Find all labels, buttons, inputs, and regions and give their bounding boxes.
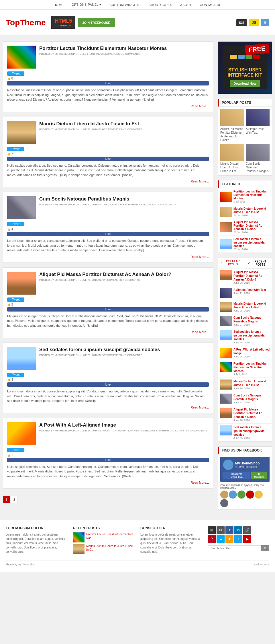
join-button[interactable]: JOIN treehouse <box>78 18 115 27</box>
read-more-link[interactable]: Read More... <box>7 481 209 484</box>
recent-info: Porttitor Lectus Tincidunt Elementum Nas… <box>233 362 270 376</box>
recent-post-title[interactable]: Aliquet Pid Massa Porttitor Dictumst Ac … <box>233 270 270 281</box>
recent-post-title[interactable]: A Simple Post With Text <box>233 288 266 292</box>
recent-post-thumb <box>220 348 232 358</box>
post-card: Mauris Dictum Libero Id Justo Fusce In E… <box>3 117 213 188</box>
recent-post-title[interactable]: Sed sodales lorem a ipsum suscipit gravi… <box>233 425 270 437</box>
like-button[interactable]: Like <box>7 307 209 312</box>
recent-post-title[interactable]: Sed sodales lorem a ipsum suscipit gravi… <box>233 330 270 341</box>
post-body: Lorem ipsum dolor sit amet, consectetuer… <box>7 238 209 253</box>
footer-widget-3: CONSECTUIER Lorem ipsum dolor sit amet, … <box>140 526 202 556</box>
post-thumbnail <box>7 422 36 445</box>
like-count: 👍 8 <box>7 77 13 80</box>
read-more-link[interactable]: Read More... <box>7 104 209 108</box>
tweet-button[interactable]: Tweet <box>7 448 24 452</box>
featured-post-title[interactable]: Aliquet Pid Massa Porttitor Dictumst Ac … <box>233 221 270 231</box>
recent-post-date: June 28, 2016 <box>233 309 270 312</box>
popular-post-thumb <box>220 109 244 126</box>
fb-header: MyThemeShop 42,939 нравится <box>223 460 267 470</box>
post-body: Nascetur, vel massa enim lundium nec in,… <box>7 88 209 102</box>
recent-post-title[interactable]: Mauris Dictum Libero Id Justo Fusce In E… <box>233 380 270 387</box>
nav-widgets[interactable]: CUSTOM WIDGETS <box>105 3 145 7</box>
nav-shortcodes[interactable]: SHORTCODES <box>145 3 176 7</box>
tweet-button[interactable]: Tweet <box>7 71 24 76</box>
featured-info: Porttitor Lectus Tincidunt Elementum Nas… <box>233 190 270 203</box>
like-button[interactable]: Like <box>7 232 209 236</box>
social-icon-email[interactable]: ✉ <box>217 526 225 534</box>
ad-free-label: FREE <box>245 43 269 55</box>
read-more-link[interactable]: Read More... <box>7 180 209 183</box>
featured-info: Sed sodales lorem a ipsum suscipit gravi… <box>233 238 270 251</box>
featured-post-title[interactable]: Mauris Dictum Libero Id Justo Fusce In E… <box>233 207 270 214</box>
footer-recent-title[interactable]: Mauris Dictum Libero Id Justo Fusce In E… <box>86 544 135 554</box>
footer-search-button[interactable]: 🔍 <box>261 545 269 551</box>
post-card: A Post With A Left-Aligned Image POSTED … <box>3 418 213 489</box>
recent-post-title[interactable]: Porttitor Lectus Tincidunt Elementum Nas… <box>233 362 270 373</box>
read-more-link[interactable]: Read More... <box>7 255 209 258</box>
social-icon-grid[interactable]: ⊞ <box>208 526 216 534</box>
popular-posts-tab[interactable]: ⌂ POPULAR POSTS <box>218 258 245 268</box>
post-meta: POSTED BY MYTHEMESHOP ON JUNE 27, 2016 I… <box>39 203 176 206</box>
recent-post-date: June 11, 2016 <box>233 292 266 295</box>
like-button[interactable]: Like <box>7 81 209 85</box>
popular-posts-title: POPULAR POSTS <box>218 99 272 107</box>
social-icon-star[interactable]: ★ <box>225 535 233 543</box>
post-thumbnail <box>7 272 36 295</box>
read-more-link[interactable]: Read More... <box>7 330 209 334</box>
social-icon-link[interactable]: 🔗 <box>243 526 251 534</box>
recent-post-title[interactable]: Cum Sociis Natoque Penatibus Magnis <box>233 394 270 401</box>
post-meta: POSTED BY MYTHEMESHOP ON JUNE 25, 2016 I… <box>39 354 160 357</box>
fb-shop-button[interactable]: В магазин <box>251 472 267 479</box>
featured-post-title[interactable]: Sed sodales lorem a ipsum suscipit gravi… <box>233 238 270 248</box>
like-button[interactable]: Like <box>7 382 209 387</box>
read-more-link[interactable]: Read More... <box>7 406 209 409</box>
recent-posts-tab[interactable]: ⏱ RECENT POSTS <box>245 258 272 268</box>
footer-recent-title[interactable]: Porttitor Lectus Tincidunt Elementum Nas… <box>86 532 135 542</box>
featured-post-title[interactable]: Porttitor Lectus Tincidunt Elementum Nas… <box>233 190 270 200</box>
page-button-2[interactable]: 2 <box>11 496 18 503</box>
nav-about[interactable]: ABOUT <box>176 3 196 7</box>
post-title: Sed sodales lorem a ipsum suscipit gravi… <box>39 347 160 353</box>
social-icon-youtube[interactable]: ▶ <box>243 535 251 543</box>
post-title: Aliquet Pid Massa Porttitor Dictumst Ac … <box>39 272 171 277</box>
nav-home[interactable]: HOME <box>50 3 68 7</box>
social-buttons: Tweet 👍 7 Like <box>7 147 209 161</box>
tweet-button[interactable]: Tweet <box>7 373 24 377</box>
like-row: 👍 4 <box>7 227 209 231</box>
recent-info: Aliquet Pid Massa Porttitor Dictumst Ac … <box>233 408 270 422</box>
ad-download-button[interactable]: Download Now <box>230 80 260 87</box>
recent-info: Cum Sociis Natoque Penatibus Magnis June… <box>233 394 270 404</box>
tweet-button[interactable]: Tweet <box>7 297 24 302</box>
fb-like-button[interactable]: Нравится Страница <box>223 472 250 479</box>
page-button-1[interactable]: 1 <box>3 496 10 503</box>
recent-post-item: Mauris Dictum Libero Id Justo Fusce In E… <box>218 300 272 314</box>
like-button[interactable]: Like <box>7 458 209 462</box>
recent-post-date: July 1, 2016 <box>233 373 270 376</box>
social-icon-linkedin[interactable]: in <box>234 526 242 534</box>
back-to-top-link[interactable]: Back to Top ↑ <box>254 563 269 566</box>
tweet-button[interactable]: Tweet <box>7 147 24 151</box>
social-icon-pinterest[interactable]: P <box>208 535 216 543</box>
recent-post-title[interactable]: Aliquet Pid Massa Porttitor Dictumst Ac … <box>233 408 270 419</box>
nav-options[interactable]: OPTIONS PANEL ▾ <box>68 3 105 7</box>
featured-title: FEATURED <box>218 180 272 188</box>
ad-ui-element <box>253 55 260 59</box>
featured-item: Mauris Dictum Libero Id Justo Fusce In E… <box>218 205 272 219</box>
footer-search-input[interactable] <box>208 545 261 551</box>
post-top: Mauris Dictum Libero Id Justo Fusce In E… <box>7 121 209 144</box>
post-body: Lorem ipsum dolor sit amet, consectetuer… <box>7 389 209 403</box>
social-icon-twitter[interactable]: t <box>234 535 242 543</box>
nav-contact[interactable]: CONTACT US <box>196 3 226 7</box>
social-icon-rss[interactable]: ☁ <box>217 535 225 543</box>
header-right: iOS JS ⊞ <box>236 19 269 26</box>
recent-post-title[interactable]: Mauris Dictum Libero Id Justo Fusce In E… <box>233 302 270 309</box>
recent-post-title[interactable]: A Post With A Left-Aligned Image <box>233 348 270 355</box>
post-meta: POSTED BY MYTHEMESHOP ON JUNE 24, 2016 I… <box>39 429 207 432</box>
social-icon-facebook[interactable]: f <box>225 526 233 534</box>
content-column: Porttitor Lectus Tincidunt Elementum Nas… <box>3 41 213 514</box>
like-button[interactable]: Like <box>7 157 209 161</box>
social-buttons: Tweet 👍 4 Like <box>7 222 209 236</box>
like-count: 👍 4 <box>7 227 13 231</box>
tweet-button[interactable]: Tweet <box>7 222 24 226</box>
recent-post-title[interactable]: Cum Sociis Natoque Penatibus Magnis <box>233 316 270 323</box>
